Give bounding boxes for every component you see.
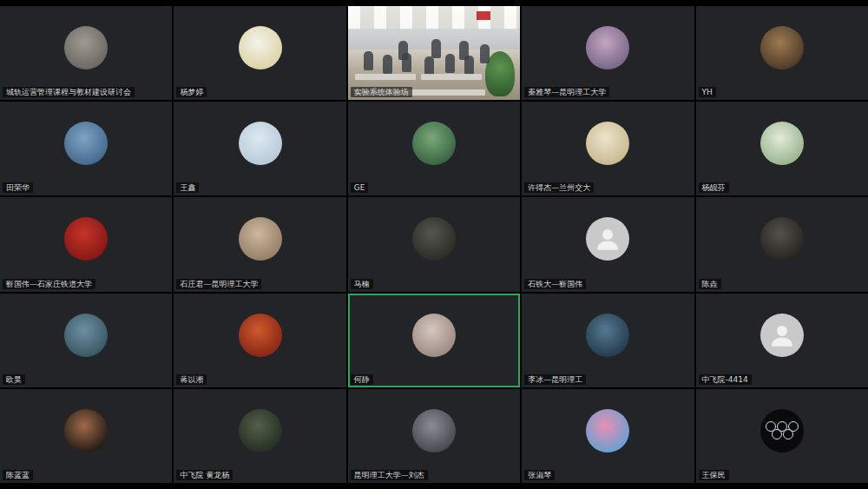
participant-name-label: GE bbox=[351, 182, 369, 193]
participant-name-label: 靳国伟—石家庄铁道大学 bbox=[3, 279, 95, 289]
participant-name-label: 田荣华 bbox=[3, 182, 33, 193]
participant-tile[interactable]: 城轨运营管理课程与教材建设研讨会 bbox=[0, 6, 172, 100]
participant-name-label: 城轨运营管理课程与教材建设研讨会 bbox=[3, 87, 135, 97]
participant-name-label: 杨靓芬 bbox=[699, 182, 729, 193]
video-person-silhouette bbox=[480, 44, 490, 63]
participant-name-label: 昆明理工大学—刘杰 bbox=[351, 470, 428, 480]
person-silhouette-icon bbox=[593, 224, 622, 254]
participant-name-label: 石庄君—昆明理工大学 bbox=[176, 279, 261, 289]
participant-name-label: 张淑琴 bbox=[524, 470, 555, 480]
profile-photo-avatar bbox=[239, 26, 282, 69]
video-person-silhouette bbox=[445, 54, 455, 73]
video-person-silhouette bbox=[431, 39, 441, 58]
profile-photo-avatar bbox=[586, 409, 629, 453]
participant-name-label: 蒋以淅 bbox=[176, 374, 207, 385]
participant-tile[interactable]: YH bbox=[696, 6, 868, 100]
participant-tile[interactable]: 杨梦婷 bbox=[174, 6, 345, 100]
video-person-silhouette bbox=[459, 41, 469, 60]
participant-tile[interactable]: 杨靓芬 bbox=[696, 102, 868, 195]
profile-photo-avatar bbox=[412, 217, 456, 261]
video-desk bbox=[355, 74, 416, 80]
participant-tile[interactable]: 李冰—昆明理工 bbox=[522, 294, 694, 387]
profile-photo-avatar bbox=[586, 26, 629, 69]
profile-photo-avatar bbox=[760, 217, 804, 261]
participant-tile[interactable]: 陈蓝蓝 bbox=[0, 389, 172, 483]
participant-tile[interactable]: 张淑琴 bbox=[522, 389, 694, 483]
participant-tile-active-speaker[interactable]: 何静 bbox=[348, 294, 520, 387]
participant-tile[interactable]: 实验系统体验场 bbox=[348, 6, 520, 100]
live-video-feed: 实验系统体验场 bbox=[348, 6, 520, 100]
video-red-flag bbox=[477, 11, 490, 20]
participant-name-label: 陈垚 bbox=[699, 279, 721, 289]
profile-photo-avatar bbox=[760, 26, 804, 69]
participant-name-label: 李冰—昆明理工 bbox=[524, 374, 586, 385]
participant-tile[interactable]: 石铁大—靳国伟 bbox=[522, 197, 694, 291]
participant-tile[interactable]: 靳国伟—石家庄铁道大学 bbox=[0, 197, 172, 291]
participant-name-label: 王保民 bbox=[699, 470, 729, 480]
profile-photo-avatar bbox=[586, 122, 629, 165]
video-person-silhouette bbox=[383, 55, 392, 74]
video-person-silhouette bbox=[398, 41, 408, 60]
participant-tile[interactable]: 蒋以淅 bbox=[174, 294, 345, 387]
participant-name-label: 中飞院-4414 bbox=[699, 374, 752, 385]
default-person-avatar bbox=[760, 314, 804, 357]
participant-name-label: YH bbox=[699, 87, 716, 97]
profile-photo-avatar bbox=[64, 26, 108, 69]
profile-photo-avatar bbox=[239, 122, 282, 165]
participant-name-label: 许得杰—兰州交大 bbox=[524, 182, 594, 193]
participant-tile[interactable]: 王鑫 bbox=[174, 102, 345, 195]
video-person-silhouette bbox=[364, 51, 373, 70]
participant-name-label: 陈蓝蓝 bbox=[3, 470, 33, 480]
profile-photo-avatar bbox=[586, 314, 629, 357]
profile-photo-avatar bbox=[64, 409, 108, 453]
profile-photo-avatar bbox=[239, 217, 282, 261]
participant-name-label: 王鑫 bbox=[176, 182, 199, 193]
profile-photo-avatar bbox=[239, 314, 282, 357]
olympic-rings-icon bbox=[765, 421, 799, 440]
participant-tile[interactable]: 秦雅琴—昆明理工大学 bbox=[522, 6, 694, 100]
participant-tile[interactable]: 田荣华 bbox=[0, 102, 172, 195]
participant-tile[interactable]: 昆明理工大学—刘杰 bbox=[348, 389, 520, 483]
person-silhouette-icon bbox=[767, 320, 797, 350]
profile-photo-avatar bbox=[239, 409, 282, 453]
participant-name-label: 秦雅琴—昆明理工大学 bbox=[524, 87, 609, 97]
participant-name-label: 欧昊 bbox=[3, 374, 25, 385]
participant-name-label: 杨梦婷 bbox=[176, 87, 207, 97]
participant-tile[interactable]: 陈垚 bbox=[696, 197, 868, 291]
profile-photo-avatar bbox=[64, 314, 108, 357]
profile-photo-avatar bbox=[760, 122, 804, 165]
default-person-avatar bbox=[586, 217, 629, 261]
profile-photo-avatar bbox=[412, 122, 456, 165]
meeting-window: 城轨运营管理课程与教材建设研讨会 杨梦婷 实验系统体验场 秦雅琴—昆明理工大学 … bbox=[0, 0, 868, 489]
participant-tile[interactable]: 马楠 bbox=[348, 197, 520, 291]
participant-tile[interactable]: 王保民 bbox=[696, 389, 868, 483]
participant-tile[interactable]: GE bbox=[348, 102, 520, 195]
participant-tile[interactable]: 欧昊 bbox=[0, 294, 172, 387]
profile-photo-avatar bbox=[64, 217, 108, 261]
video-desk bbox=[421, 74, 482, 80]
participant-tile[interactable]: 石庄君—昆明理工大学 bbox=[174, 197, 345, 291]
profile-photo-avatar bbox=[64, 122, 108, 165]
participant-name-label: 何静 bbox=[351, 374, 373, 385]
participant-name-label: 石铁大—靳国伟 bbox=[524, 279, 586, 289]
participant-tile[interactable]: 中飞院 黄龙杨 bbox=[174, 389, 345, 483]
video-plant bbox=[485, 51, 515, 96]
participant-tile[interactable]: 中飞院-4414 bbox=[696, 294, 868, 387]
video-person-silhouette bbox=[424, 56, 434, 76]
video-ceiling-lights bbox=[348, 6, 520, 30]
olympic-rings-avatar bbox=[760, 409, 804, 453]
participant-name-label: 马楠 bbox=[351, 279, 373, 289]
profile-photo-avatar bbox=[412, 314, 456, 357]
participant-name-label: 中飞院 黄龙杨 bbox=[176, 470, 233, 480]
participant-name-label: 实验系统体验场 bbox=[351, 87, 412, 97]
participant-grid: 城轨运营管理课程与教材建设研讨会 杨梦婷 实验系统体验场 秦雅琴—昆明理工大学 … bbox=[0, 6, 868, 483]
profile-photo-avatar bbox=[412, 409, 456, 453]
participant-tile[interactable]: 许得杰—兰州交大 bbox=[522, 102, 694, 195]
